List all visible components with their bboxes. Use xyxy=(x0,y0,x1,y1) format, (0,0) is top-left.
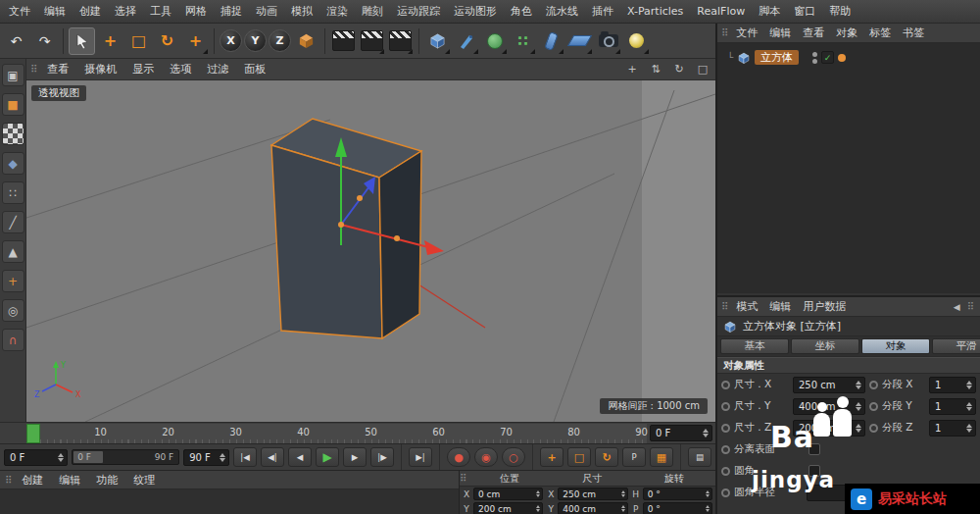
coordinate-system-button[interactable] xyxy=(293,27,319,55)
viewport-menu-item[interactable]: 过滤 xyxy=(199,62,236,77)
menubar-item[interactable]: 文件 xyxy=(2,4,37,19)
object-manager-menu-item[interactable]: 书签 xyxy=(897,26,930,40)
rotate-tool[interactable]: ↻ xyxy=(154,27,180,55)
menubar-item[interactable]: 动画 xyxy=(249,4,284,19)
material-menu-item[interactable]: 编辑 xyxy=(51,473,88,488)
viewport-3d[interactable]: Y X Z 透视视图 网格间距 : 1000 cm xyxy=(26,80,715,422)
render-view-button[interactable] xyxy=(330,27,357,55)
tab-object[interactable]: 对象 xyxy=(861,338,930,354)
size-x-field[interactable]: 250 cm xyxy=(793,377,865,393)
stepper[interactable] xyxy=(536,505,540,512)
previous-frame-button[interactable]: ◀ xyxy=(288,447,312,467)
object-name[interactable]: 立方体 xyxy=(755,50,799,65)
render-settings-button[interactable] xyxy=(387,27,414,55)
display-color-dot[interactable] xyxy=(838,54,846,62)
deformer-button[interactable] xyxy=(538,27,564,55)
preview-range-slider[interactable]: 0 F 90 F xyxy=(72,449,179,465)
object-manager-menu-item[interactable]: 标签 xyxy=(863,26,897,40)
stepper[interactable] xyxy=(703,429,709,437)
redo-button[interactable]: ↷ xyxy=(31,27,58,55)
polygons-mode-button[interactable]: ▲ xyxy=(2,240,24,263)
enable-snap-button[interactable]: ∩ xyxy=(2,329,24,351)
keyframe-dot[interactable] xyxy=(869,381,878,389)
rotation-p-field[interactable]: 0 ° xyxy=(643,502,712,514)
scale-tool[interactable]: □ xyxy=(125,27,152,55)
panel-grip-icon[interactable]: ⠿ xyxy=(967,301,974,312)
tab-phong[interactable]: 平滑 xyxy=(932,338,980,354)
stepper[interactable] xyxy=(706,505,710,512)
record-parameter-toggle[interactable]: P xyxy=(622,447,646,467)
menubar-item[interactable]: 网格 xyxy=(178,4,214,19)
end-frame-field[interactable]: 90 F xyxy=(183,449,229,466)
keyframe-dot[interactable] xyxy=(721,424,730,433)
stepper[interactable] xyxy=(966,424,972,433)
stepper[interactable] xyxy=(621,505,625,512)
material-menu-item[interactable]: 创建 xyxy=(14,473,51,488)
history-back-icon[interactable]: ◀ xyxy=(954,302,960,312)
material-menu-item[interactable]: 纹理 xyxy=(125,473,163,488)
stepper[interactable] xyxy=(856,424,861,433)
size-y-field[interactable]: 400 cm xyxy=(558,502,627,514)
menubar-item[interactable]: 工具 xyxy=(143,4,178,19)
position-x-field[interactable]: 0 cm xyxy=(473,488,543,500)
menubar-item[interactable]: X-Particles xyxy=(620,5,690,18)
menubar-item[interactable]: 模拟 xyxy=(284,4,319,19)
object-enabled-check[interactable]: ✓ xyxy=(821,51,834,64)
record-scale-toggle[interactable]: □ xyxy=(567,447,591,467)
object-manager-menu-item[interactable]: 编辑 xyxy=(763,26,797,40)
pan-view-icon[interactable]: + xyxy=(623,62,641,77)
lock-y-axis-button[interactable]: Y xyxy=(244,29,267,52)
rotation-h-field[interactable]: 0 ° xyxy=(643,488,712,500)
viewport-menu-item[interactable]: 选项 xyxy=(162,62,199,77)
object-manager-menu-item[interactable]: 查看 xyxy=(797,26,830,40)
menubar-item[interactable]: 运动跟踪 xyxy=(390,4,447,19)
stepper[interactable] xyxy=(220,453,225,462)
stepper[interactable] xyxy=(966,402,972,411)
menubar-item[interactable]: 渲染 xyxy=(319,4,355,19)
keyframe-dot[interactable] xyxy=(869,424,878,433)
menubar-item[interactable]: 创建 xyxy=(73,4,108,19)
goto-start-button[interactable]: |◀ xyxy=(233,447,257,467)
visibility-dots[interactable] xyxy=(812,52,817,64)
panel-grip-icon[interactable]: ⠿ xyxy=(721,301,728,312)
keyframe-dot[interactable] xyxy=(721,467,730,476)
camera-button[interactable] xyxy=(595,27,621,55)
move-tool[interactable]: + xyxy=(97,27,123,55)
stepper[interactable] xyxy=(706,490,710,497)
menubar-item[interactable]: 脚本 xyxy=(752,4,787,19)
maximize-view-icon[interactable]: □ xyxy=(694,62,711,77)
viewport-solo-button[interactable]: ◎ xyxy=(2,299,24,322)
undo-button[interactable]: ↶ xyxy=(3,27,29,55)
environment-button[interactable] xyxy=(566,27,593,55)
menubar-item[interactable]: 窗口 xyxy=(787,4,822,19)
keyframe-dot[interactable] xyxy=(721,381,730,389)
stepper[interactable] xyxy=(621,490,625,497)
lock-z-axis-button[interactable]: Z xyxy=(269,29,291,52)
menubar-item[interactable]: 捕捉 xyxy=(214,4,249,19)
viewport-menu-item[interactable]: 显示 xyxy=(124,62,162,77)
segments-x-field[interactable]: 1 xyxy=(929,377,976,393)
autokey-button[interactable]: ◉ xyxy=(474,447,498,467)
model-mode-button[interactable]: ■ xyxy=(2,93,24,116)
light-button[interactable] xyxy=(623,27,650,55)
size-x-field[interactable]: 250 cm xyxy=(558,488,627,500)
last-used-tool[interactable]: + xyxy=(182,27,209,55)
timeline-frame-field[interactable]: 0 F xyxy=(650,425,712,441)
play-button[interactable]: ▶ xyxy=(316,447,339,467)
next-frame-button[interactable]: ▶ xyxy=(343,447,367,467)
attribute-menu-item[interactable]: 模式 xyxy=(730,299,763,314)
previous-key-button[interactable]: ◀| xyxy=(261,447,284,467)
menubar-item[interactable]: 插件 xyxy=(585,4,620,19)
menubar-item[interactable]: 运动图形 xyxy=(447,4,504,19)
menubar-item[interactable]: 编辑 xyxy=(37,4,73,19)
stepper[interactable] xyxy=(856,381,861,389)
keyframe-dot[interactable] xyxy=(721,445,730,454)
tab-basic[interactable]: 基本 xyxy=(720,338,789,354)
object-manager-list[interactable]: └ 立方体 ✓ xyxy=(717,43,980,293)
record-keyframe-button[interactable]: ● xyxy=(447,447,470,467)
points-mode-button[interactable]: ∷ xyxy=(2,181,24,204)
record-rotation-toggle[interactable]: ↻ xyxy=(595,447,618,467)
menubar-item[interactable]: 帮助 xyxy=(822,4,858,19)
position-y-field[interactable]: 200 cm xyxy=(473,502,543,514)
stepper[interactable] xyxy=(966,381,972,389)
